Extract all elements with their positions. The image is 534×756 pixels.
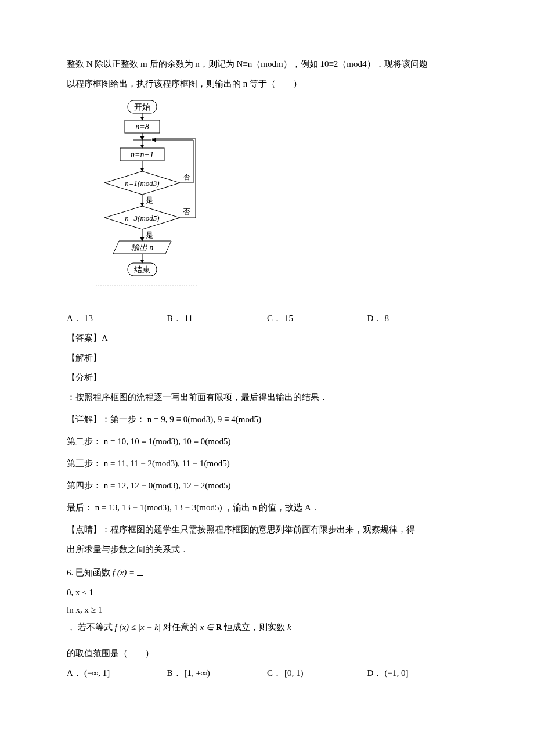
fenxi-label: 【分析】 (67, 369, 467, 386)
q6-xin: x ∈ R (200, 622, 222, 632)
svg-text:输出 n: 输出 n (131, 243, 154, 252)
question5-options: A．13 B．11 C．15 D．8 (67, 309, 467, 327)
option-b-label: B． (167, 309, 185, 327)
step2-math: n = 10, 10 ≡ 1(mod3), 10 ≡ 0(mod5) (104, 437, 231, 446)
option-a-label: A． (67, 309, 84, 327)
q6-mid3: 恒成立，则实数 (224, 622, 287, 632)
step-final: 最后： n = 13, 13 ≡ 1(mod3), 13 ≡ 3(mod5) ，… (67, 499, 467, 516)
q6-kvar: k (287, 622, 291, 632)
dianjing-line2: 出所求量与步数之间的关系式． (67, 541, 467, 558)
svg-text:n≡1(mod3): n≡1(mod3) (125, 179, 159, 188)
step1-math: n = 9, 9 ≡ 0(mod3), 9 ≡ 4(mod5) (147, 415, 261, 424)
question5-intro-line2: 以程序框图给出，执行该程序框图，则输出的 n 等于（ ） (67, 75, 467, 92)
svg-text:n≡3(mod5): n≡3(mod5) (125, 214, 159, 222)
step4: 第四步： n = 12, 12 ≡ 0(mod3), 12 ≡ 2(mod5) (67, 477, 467, 494)
option-c: C．15 (267, 309, 367, 327)
q6-fx: f (x) = (113, 568, 137, 577)
question5-intro-line1: 整数 N 除以正整数 m 后的余数为 n，则记为 N≡n（modm），例如 10… (67, 55, 467, 73)
step1-prefix: 【详解】：第一步： (67, 415, 145, 424)
option-d-text: 8 (385, 314, 389, 323)
svg-text:否: 否 (183, 207, 190, 216)
step2-prefix: 第二步： (67, 437, 102, 446)
option-a: A．13 (67, 309, 167, 327)
step3-prefix: 第三步： (67, 459, 102, 468)
q6-option-b-label: B． (167, 664, 185, 682)
q6-option-c: C．[0, 1) (267, 664, 367, 682)
fenxi-text: ：按照程序框图的流程逐一写出前面有限项，最后得出输出的结果． (67, 388, 467, 406)
option-c-text: 15 (284, 314, 293, 323)
flowchart-svg: 开始 n=8 n=n+1 n≡1(mod3) 否 (96, 99, 197, 297)
q6-option-a-label: A． (67, 664, 84, 682)
q6-mid2: 对任意的 (163, 622, 200, 632)
q6-option-b-text: [1, +∞) (185, 668, 210, 678)
q6-option-d-label: D． (367, 664, 385, 682)
svg-text:否: 否 (183, 172, 190, 181)
svg-text:是: 是 (146, 231, 153, 239)
svg-text:n=8: n=8 (135, 123, 149, 131)
q6-option-a: A．(−∞, 1] (67, 664, 167, 682)
q6-piece1: 0, x < 1 (67, 584, 467, 601)
q6-prefix: 6. 已知函数 (67, 568, 113, 577)
step3-math: n = 11, 11 ≡ 2(mod3), 11 ≡ 1(mod5) (104, 459, 230, 468)
option-d-label: D． (367, 309, 385, 327)
svg-text:开始: 开始 (134, 103, 150, 111)
step3: 第三步： n = 11, 11 ≡ 2(mod3), 11 ≡ 1(mod5) (67, 455, 467, 472)
page-content: 整数 N 除以正整数 m 后的余数为 n，则记为 N≡n（modm），例如 10… (0, 0, 534, 756)
stepF-suffix: ，输出 n 的值，故选 A． (224, 503, 320, 512)
q6-option-d: D．(−1, 0] (367, 664, 468, 682)
option-a-text: 13 (84, 314, 93, 323)
q6-ineq: f (x) ≤ |x − k| (115, 622, 161, 632)
q6-option-c-text: [0, 1) (284, 668, 304, 678)
q6-mid1: ， 若不等式 (67, 622, 115, 632)
q6-option-b: B．[1, +∞) (167, 664, 268, 682)
q6-option-c-label: C． (267, 664, 284, 682)
svg-text:是: 是 (146, 196, 153, 204)
option-d: D．8 (367, 309, 468, 327)
q6-option-a-text: (−∞, 1] (84, 668, 110, 678)
stepF-prefix: 最后： (67, 503, 93, 512)
step2: 第二步： n = 10, 10 ≡ 1(mod3), 10 ≡ 0(mod5) (67, 433, 467, 450)
step4-prefix: 第四步： (67, 481, 102, 490)
question6-line1: 6. 已知函数 f (x) = (67, 564, 467, 581)
jiexi-label: 【解析】 (67, 349, 467, 366)
option-b: B．11 (167, 309, 268, 327)
q6-piece2: ln x, x ≥ 1 (67, 601, 467, 618)
option-b-text: 11 (185, 314, 193, 323)
step1: 【详解】：第一步： n = 9, 9 ≡ 0(mod3), 9 ≡ 4(mod5… (67, 411, 467, 428)
svg-text:结束: 结束 (134, 265, 150, 274)
dianjing-line1: 【点睛】：程序框图的题学生只需按照程序框图的意思列举前面有限步出来，观察规律，得 (67, 521, 467, 538)
question6-line2: 的取值范围是（ ） (67, 645, 467, 662)
step4-math: n = 12, 12 ≡ 0(mod3), 12 ≡ 2(mod5) (104, 481, 231, 490)
option-c-label: C． (267, 309, 284, 327)
stepF-math: n = 13, 13 ≡ 1(mod3), 13 ≡ 3(mod5) (95, 503, 222, 512)
question6-options: A．(−∞, 1] B．[1, +∞) C．[0, 1) D．(−1, 0] (67, 664, 467, 682)
svg-text:n=n+1: n=n+1 (131, 150, 154, 159)
q6-option-d-text: (−1, 0] (385, 668, 409, 678)
flowchart-diagram: 开始 n=8 n=n+1 n≡1(mod3) 否 (96, 99, 467, 303)
answer-line: 【答案】A (67, 329, 467, 347)
